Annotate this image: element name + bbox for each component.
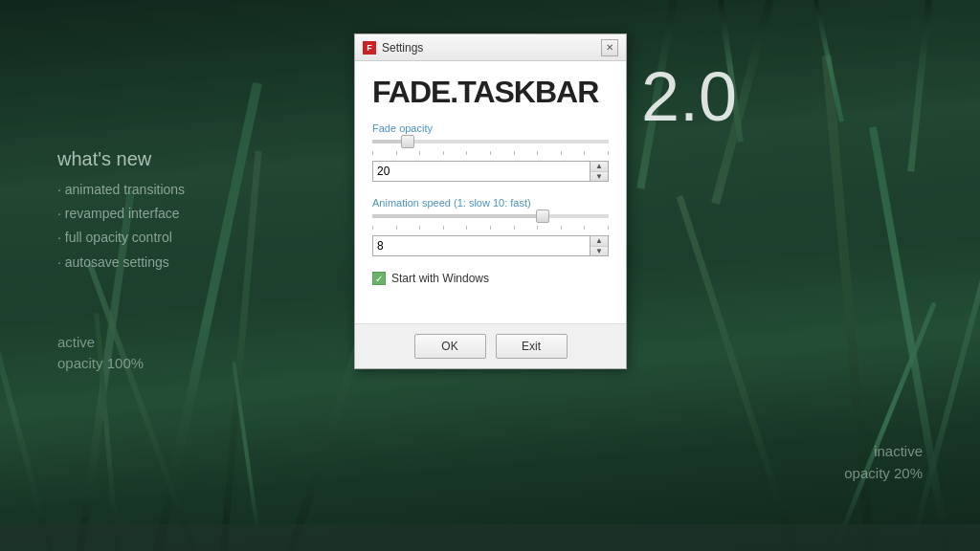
dialog-title-text: Settings — [382, 41, 423, 55]
app-title-area: 2.0 — [641, 62, 737, 131]
tick — [608, 226, 609, 230]
tick — [514, 226, 515, 230]
animation-speed-track[interactable] — [372, 214, 609, 218]
fade-opacity-up[interactable]: ▲ — [590, 162, 608, 172]
tick — [372, 151, 373, 155]
animation-speed-fill — [372, 214, 543, 218]
tick — [490, 151, 491, 155]
fade-opacity-track[interactable] — [372, 140, 609, 143]
close-button[interactable]: ✕ — [601, 39, 618, 56]
tick — [419, 226, 420, 230]
dialog-titlebar: F Settings ✕ — [355, 34, 626, 61]
tick — [372, 226, 373, 230]
fade-opacity-ticks — [372, 151, 609, 155]
animation-speed-spinners: ▲ ▼ — [590, 236, 608, 255]
start-with-windows-row[interactable]: ✓ Start with Windows — [372, 272, 609, 285]
whats-new-heading: what's new — [57, 148, 185, 170]
tick — [490, 226, 491, 230]
tick — [396, 151, 397, 155]
animation-speed-ticks — [372, 226, 609, 230]
inactive-text: inactive — [844, 441, 923, 463]
dialog-footer: OK Exit — [355, 323, 626, 368]
tick — [466, 226, 467, 230]
tick — [537, 151, 538, 155]
exit-button[interactable]: Exit — [496, 334, 568, 359]
animation-speed-up[interactable]: ▲ — [590, 236, 608, 247]
left-panel: what's new animated transitions revamped… — [57, 148, 185, 375]
list-item: revamped interface — [57, 202, 185, 226]
animation-speed-input[interactable] — [373, 236, 590, 255]
tick — [466, 151, 467, 155]
animation-speed-thumb[interactable] — [536, 209, 549, 223]
list-item: full opacity control — [57, 226, 185, 250]
animation-speed-label: Animation speed (1: slow 10: fast) — [372, 197, 609, 209]
fade-opacity-spinners: ▲ ▼ — [590, 162, 608, 181]
tick — [584, 226, 585, 230]
inactive-opacity: opacity 20% — [844, 463, 923, 485]
tick — [443, 226, 444, 230]
animation-speed-slider-container[interactable] — [372, 214, 609, 218]
dialog-body: FADE.TASKBAR Fade opacity ▲ — [355, 61, 626, 323]
ok-button[interactable]: OK — [414, 334, 486, 359]
tick — [584, 151, 585, 155]
version-number: 2.0 — [641, 62, 737, 131]
active-label: active opacity 100% — [57, 332, 185, 375]
active-text: active — [57, 332, 185, 354]
tick — [396, 226, 397, 230]
fade-opacity-input-wrapper: ▲ ▼ — [372, 161, 609, 182]
animation-speed-down[interactable]: ▼ — [590, 247, 608, 256]
fade-opacity-down[interactable]: ▼ — [590, 172, 608, 182]
start-with-windows-checkbox[interactable]: ✓ — [372, 272, 386, 285]
list-item: animated transitions — [57, 178, 185, 202]
list-item: autosave settings — [57, 251, 185, 275]
features-list: animated transitions revamped interface … — [57, 178, 185, 275]
dialog-icon: F — [363, 41, 376, 55]
tick — [608, 151, 609, 155]
right-panel: inactive opacity 20% — [844, 441, 923, 484]
tick — [537, 226, 538, 230]
fade-opacity-thumb[interactable] — [401, 135, 414, 148]
tick — [419, 151, 420, 155]
fade-opacity-label: Fade opacity — [372, 122, 609, 134]
taskbar — [0, 524, 980, 551]
tick — [561, 226, 562, 230]
fade-opacity-slider-container[interactable] — [372, 140, 609, 143]
settings-dialog: F Settings ✕ FADE.TASKBAR Fade opacity — [354, 33, 627, 369]
app-logo: FADE.TASKBAR — [372, 77, 609, 107]
start-with-windows-label: Start with Windows — [391, 272, 489, 285]
fade-opacity-input[interactable] — [373, 162, 590, 181]
dialog-title-left: F Settings — [363, 41, 423, 55]
tick — [561, 151, 562, 155]
animation-speed-input-wrapper: ▲ ▼ — [372, 235, 609, 256]
tick — [514, 151, 515, 155]
active-opacity: opacity 100% — [57, 353, 185, 375]
tick — [443, 151, 444, 155]
